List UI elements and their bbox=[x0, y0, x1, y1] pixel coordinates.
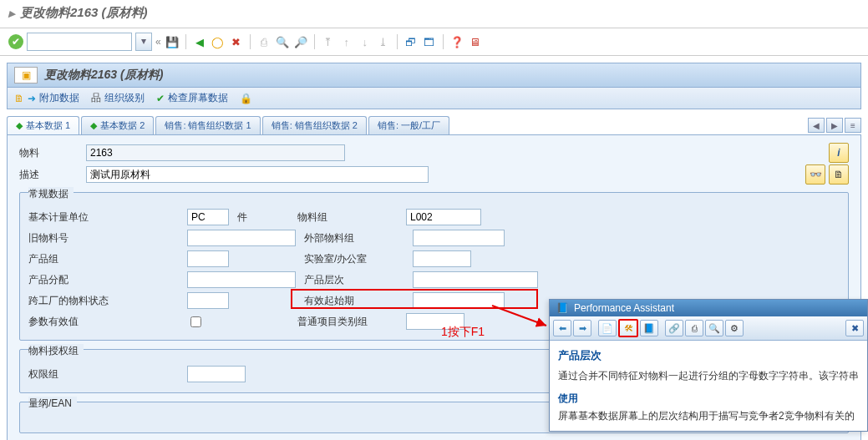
layout-icon[interactable]: 🗔 bbox=[422, 34, 437, 49]
new-session-icon[interactable]: 🗗 bbox=[404, 34, 419, 49]
alloc-label: 产品分配 bbox=[28, 273, 112, 287]
tech-info-icon[interactable]: 🖥 bbox=[468, 34, 483, 49]
assist-book-icon[interactable]: 📘 bbox=[640, 320, 658, 336]
division-field[interactable] bbox=[187, 250, 229, 267]
status-label: 跨工厂的物料状态 bbox=[28, 294, 129, 308]
info-icon[interactable]: i bbox=[829, 143, 849, 163]
assist-close-icon[interactable]: ✖ bbox=[845, 320, 864, 336]
uom-field[interactable] bbox=[187, 209, 229, 225]
window-title: 更改物料2163 (原材料) bbox=[20, 5, 148, 21]
org-levels-button[interactable]: 品组织级别 bbox=[91, 91, 145, 105]
tab-basic1[interactable]: ◆基本数据 1 bbox=[7, 116, 79, 134]
extmg-field[interactable] bbox=[413, 230, 505, 246]
command-input[interactable] bbox=[27, 33, 132, 51]
chev-left-icon[interactable]: « bbox=[155, 36, 161, 48]
assist-fwd-icon[interactable]: ➡ bbox=[573, 320, 591, 336]
help-icon[interactable]: ❓ bbox=[449, 34, 464, 49]
tab-scroll-right[interactable]: ▶ bbox=[826, 118, 843, 133]
param-checkbox[interactable] bbox=[190, 316, 201, 327]
assist-print-icon[interactable]: ⎙ bbox=[685, 320, 703, 336]
tabstrip: ◆基本数据 1 ◆基本数据 2 销售: 销售组织数据 1 销售: 销售组织数据 … bbox=[7, 116, 861, 135]
annotation-hierarchy-box bbox=[291, 289, 538, 309]
page-up-icon: ↑ bbox=[339, 34, 354, 49]
assist-techinfo-icon[interactable]: 🛠 bbox=[618, 319, 638, 337]
command-dropdown[interactable]: ▾ bbox=[135, 33, 152, 51]
assist-heading2: 使用 bbox=[558, 391, 859, 407]
assist-back-icon[interactable]: ⬅ bbox=[553, 320, 571, 336]
exit-icon[interactable]: ◯ bbox=[211, 34, 226, 49]
lock-icon: 🔒 bbox=[240, 93, 252, 104]
description-field[interactable] bbox=[86, 166, 429, 183]
assist-body: 产品层次 通过合并不同特征对物料一起进行分组的字母数字字符串。该字符串 使用 屏… bbox=[550, 341, 867, 431]
save-icon[interactable]: 💾 bbox=[165, 34, 180, 49]
material-label: 物料 bbox=[19, 146, 86, 160]
description-label: 描述 bbox=[19, 168, 86, 182]
assist-find-icon[interactable]: 🔍 bbox=[705, 320, 723, 336]
matgroup-label: 物料组 bbox=[297, 210, 381, 225]
itemcat-label: 普通项目类别组 bbox=[297, 315, 398, 329]
back-icon[interactable]: ◀ bbox=[192, 34, 207, 49]
assist-heading: 产品层次 bbox=[558, 347, 859, 365]
auth-field[interactable] bbox=[187, 366, 246, 382]
command-toolbar: ✔ ▾ « 💾 ◀ ◯ ✖ ⎙ 🔍 🔎 ⤒ ↑ ↓ ⤓ 🗗 🗔 ❓ 🖥 bbox=[0, 28, 868, 56]
general-data-title: 常规数据 bbox=[28, 187, 74, 201]
screen-toolbar: 🗎 ➜附加数据 品组织级别 ✔检查屏幕数据 🔒 bbox=[7, 88, 861, 109]
page-first-icon: ⤒ bbox=[321, 34, 336, 49]
assist-para1: 通过合并不同特征对物料一起进行分组的字母数字字符串。该字符串 bbox=[558, 368, 859, 384]
annotation-f1-text: 1按下F1 bbox=[441, 325, 485, 340]
page-down-icon: ↓ bbox=[358, 34, 373, 49]
glasses-icon[interactable]: 👓 bbox=[805, 164, 825, 185]
assist-link-icon[interactable]: 🔗 bbox=[665, 320, 683, 336]
assist-title-icon: 📘 bbox=[556, 302, 569, 314]
lab-field[interactable] bbox=[413, 250, 471, 267]
tab-list[interactable]: ≡ bbox=[845, 118, 861, 133]
uom-text: 件 bbox=[237, 210, 247, 225]
auth-label: 权限组 bbox=[28, 367, 112, 382]
performance-assistant: 📘 Performance Assistant ⬅ ➡ 📄 🛠 📘 🔗 ⎙ 🔍 … bbox=[549, 299, 868, 432]
alloc-field[interactable] bbox=[187, 271, 296, 288]
assist-title: Performance Assistant bbox=[574, 302, 674, 314]
assist-doc-icon[interactable]: 📄 bbox=[598, 320, 617, 336]
doc-icon[interactable]: 🗎 bbox=[829, 164, 849, 185]
screen-title-bar: ▣ 更改物料2163 (原材料) bbox=[7, 63, 861, 88]
tab-sales1[interactable]: 销售: 销售组织数据 1 bbox=[155, 116, 260, 134]
auth-group-title: 物料授权组 bbox=[28, 344, 84, 358]
findnext-icon: 🔎 bbox=[293, 34, 308, 49]
print-icon: ⎙ bbox=[256, 34, 272, 49]
tab-scroll-left[interactable]: ◀ bbox=[808, 118, 825, 133]
check-screen-button[interactable]: ✔检查屏幕数据 bbox=[156, 91, 228, 105]
assist-title-bar: 📘 Performance Assistant bbox=[550, 300, 867, 316]
screen-icon: ▣ bbox=[14, 67, 38, 83]
material-field[interactable] bbox=[86, 144, 345, 161]
addl-data-button[interactable]: 🗎 ➜附加数据 bbox=[14, 91, 79, 105]
tab-sales-plant[interactable]: 销售: 一般/工厂 bbox=[368, 116, 449, 134]
ok-icon[interactable]: ✔ bbox=[8, 34, 23, 49]
status-field[interactable] bbox=[187, 292, 229, 309]
division-label: 产品组 bbox=[28, 252, 112, 266]
find-icon: 🔍 bbox=[275, 34, 290, 49]
assist-cfg-icon[interactable]: ⚙ bbox=[725, 320, 744, 336]
oldmat-field[interactable] bbox=[187, 230, 296, 246]
ean-group-title: 量纲/EAN bbox=[28, 397, 77, 411]
hierarchy-label: 产品层次 bbox=[304, 273, 404, 287]
assist-para2: 屏幕基本数据屏幕上的层次结构用于描写与竞争者2竞争物料有关的 bbox=[558, 408, 859, 424]
uom-label: 基本计量单位 bbox=[28, 210, 112, 225]
assist-toolbar: ⬅ ➡ 📄 🛠 📘 🔗 ⎙ 🔍 ⚙ ✖ bbox=[550, 316, 867, 341]
page-last-icon: ⤓ bbox=[376, 34, 391, 49]
window-title-bar: ▸ 更改物料2163 (原材料) bbox=[0, 0, 868, 28]
screen-title: 更改物料2163 (原材料) bbox=[44, 68, 163, 83]
hierarchy-field[interactable] bbox=[413, 271, 538, 288]
tab-sales2[interactable]: 销售: 销售组织数据 2 bbox=[262, 116, 367, 134]
tab-basic2[interactable]: ◆基本数据 2 bbox=[81, 116, 154, 134]
cancel-icon[interactable]: ✖ bbox=[229, 34, 244, 49]
lab-label: 实验室/办公室 bbox=[304, 252, 404, 266]
oldmat-label: 旧物料号 bbox=[28, 231, 112, 245]
param-label: 参数有效值 bbox=[28, 315, 112, 329]
matgroup-field[interactable] bbox=[406, 209, 481, 225]
extmg-label: 外部物料组 bbox=[304, 231, 404, 245]
